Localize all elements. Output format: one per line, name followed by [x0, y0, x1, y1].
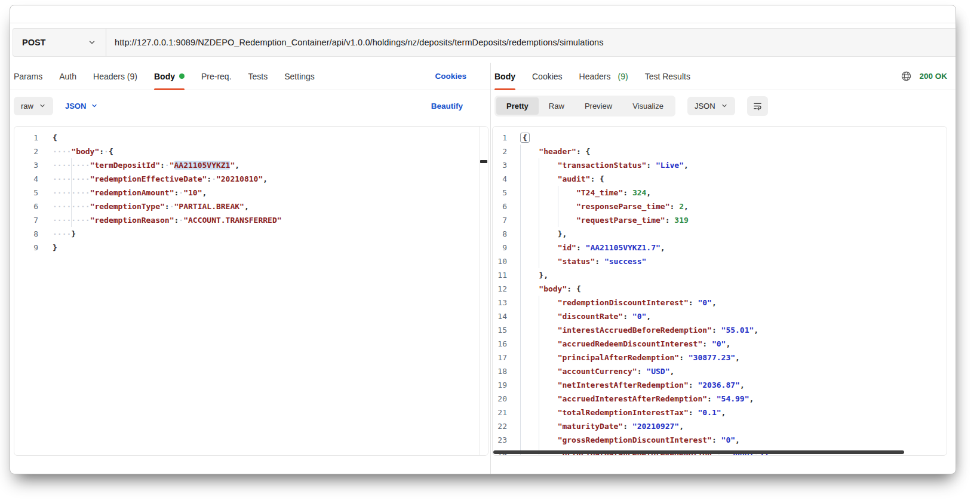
- tab-response-headers[interactable]: Headers (9): [579, 63, 628, 90]
- code-line: 11 },: [493, 268, 947, 282]
- line-number: 11: [493, 268, 507, 282]
- code-line: 5········"redemptionAmount":·"10",: [14, 186, 488, 200]
- response-tabs: Body Cookies Headers (9) Test Results 20…: [491, 63, 956, 90]
- code-line: 4········"redemptionEffectiveDate":·"202…: [14, 172, 488, 186]
- line-number: 13: [493, 296, 507, 309]
- body-format-select[interactable]: JSON: [65, 102, 98, 111]
- response-code: 1{2 "header": {3 "transactionStatus": "L…: [493, 127, 947, 456]
- app-window: POST http://127.0.0.1:9089/NZDEPO_Redemp…: [10, 5, 956, 474]
- code-line: 14 "discountRate": "0",: [493, 309, 947, 323]
- code-line: 2····"body":·{: [14, 145, 488, 158]
- beautify-button[interactable]: Beautify: [431, 102, 463, 111]
- globe-icon[interactable]: [901, 70, 912, 82]
- line-number: 15: [493, 323, 507, 337]
- code-line: 16 "accruedRedeemDiscountInterest": "0",: [493, 337, 947, 351]
- code-line: 2 "header": {: [493, 145, 947, 158]
- line-number: 9: [14, 241, 38, 254]
- code-line: 1{: [493, 131, 947, 145]
- code-line: 4 "audit": {: [493, 172, 947, 186]
- status-badge: 200 OK: [919, 72, 947, 81]
- window-top-strip: [10, 5, 956, 23]
- code-line: 20 "accruedInterestAfterRedemption": "54…: [493, 392, 947, 406]
- line-number: 10: [493, 254, 507, 268]
- line-number: 17: [493, 351, 507, 364]
- chevron-down-icon: [721, 102, 728, 109]
- cookies-link[interactable]: Cookies: [435, 72, 466, 81]
- body-type-select[interactable]: raw: [14, 97, 53, 115]
- response-pane: Body Cookies Headers (9) Test Results 20…: [491, 63, 956, 474]
- method-label: POST: [22, 38, 45, 47]
- url-input[interactable]: http://127.0.0.1:9089/NZDEPO_Redemption_…: [106, 29, 956, 56]
- line-number: 5: [14, 186, 38, 200]
- line-number: 18: [493, 364, 507, 378]
- view-visualize[interactable]: Visualize: [622, 97, 674, 115]
- request-body-toolbar: raw JSON Beautify: [10, 90, 490, 121]
- response-toolbar: Pretty Raw Preview Visualize JSON: [491, 90, 956, 121]
- line-number: 4: [493, 172, 507, 186]
- request-url-bar: POST http://127.0.0.1:9089/NZDEPO_Redemp…: [13, 28, 956, 57]
- code-line: 6········"redemptionType":·"PARTIAL.BREA…: [14, 200, 488, 213]
- line-number: 20: [493, 392, 507, 406]
- line-number: 2: [14, 145, 38, 158]
- tab-tests[interactable]: Tests: [248, 63, 268, 90]
- line-number: 12: [493, 282, 507, 296]
- response-format-select[interactable]: JSON: [687, 97, 735, 115]
- tab-body[interactable]: Body: [154, 63, 185, 90]
- headers-count-badge: (9): [618, 72, 628, 81]
- body-modified-dot: [179, 73, 185, 79]
- code-line: 7········"redemptionReason":·"ACCOUNT.TR…: [14, 213, 488, 227]
- code-line: 1{: [14, 131, 488, 145]
- code-line: 3········"termDepositId":·"AA21105VYKZ1"…: [14, 158, 488, 172]
- wrap-text-icon: [752, 101, 763, 111]
- request-code: 1{2····"body":·{3········"termDepositId"…: [14, 127, 488, 254]
- response-view-switcher: Pretty Raw Preview Visualize: [494, 96, 675, 116]
- line-number: 8: [14, 227, 38, 241]
- horizontal-scrollbar-thumb[interactable]: [493, 450, 904, 454]
- request-editor-scrollbar[interactable]: [479, 127, 488, 455]
- wrap-text-button[interactable]: [747, 96, 768, 116]
- line-number: 9: [493, 241, 507, 254]
- tab-test-results[interactable]: Test Results: [645, 63, 690, 90]
- view-pretty[interactable]: Pretty: [496, 97, 539, 115]
- line-number: 14: [493, 309, 507, 323]
- line-number: 16: [493, 337, 507, 351]
- line-number: 1: [14, 131, 38, 145]
- code-line: 23 "grossRedemptionDiscountInterest": "0…: [493, 433, 947, 447]
- code-line: 18 "accountCurrency": "USD",: [493, 364, 947, 378]
- method-select[interactable]: POST: [13, 29, 106, 56]
- response-body-viewer[interactable]: 1{2 "header": {3 "transactionStatus": "L…: [492, 126, 947, 456]
- line-number: 22: [493, 419, 507, 433]
- tab-pre-req[interactable]: Pre-req.: [201, 63, 232, 90]
- tab-response-body[interactable]: Body: [494, 63, 515, 90]
- response-status-group: 200 OK: [901, 70, 947, 82]
- code-line: 3 "transactionStatus": "Live",: [493, 158, 947, 172]
- view-raw[interactable]: Raw: [539, 97, 575, 115]
- line-number: 6: [14, 200, 38, 213]
- tab-params[interactable]: Params: [14, 63, 42, 90]
- scrollbar-thumb[interactable]: [480, 160, 487, 163]
- tab-response-cookies[interactable]: Cookies: [532, 63, 563, 90]
- chevron-down-icon: [39, 102, 46, 109]
- tab-headers[interactable]: Headers (9): [93, 63, 137, 90]
- line-number: 7: [493, 213, 507, 227]
- tab-auth[interactable]: Auth: [59, 63, 76, 90]
- code-line: 19 "netInterestAfterRedemption": "2036.8…: [493, 378, 947, 392]
- view-preview[interactable]: Preview: [575, 97, 622, 115]
- tab-settings[interactable]: Settings: [284, 63, 315, 90]
- chevron-down-icon: [88, 38, 96, 47]
- line-number: 21: [493, 406, 507, 419]
- code-line: 9 "id": "AA21105VYKZ1.7",: [493, 241, 947, 254]
- line-number: 5: [493, 186, 507, 200]
- code-line: 13 "redemptionDiscountInterest": "0",: [493, 296, 947, 309]
- request-body-editor[interactable]: 1{2····"body":·{3········"termDepositId"…: [14, 126, 489, 456]
- code-line: 10 "status": "success": [493, 254, 947, 268]
- code-line: 15 "interestAccruedBeforeRedemption": "5…: [493, 323, 947, 337]
- url-text: http://127.0.0.1:9089/NZDEPO_Redemption_…: [115, 38, 604, 47]
- code-line: 9}: [14, 241, 488, 254]
- code-line: 6 "responseParse_time": 2,: [493, 200, 947, 213]
- code-line: 17 "principalAfterRedemption": "30877.23…: [493, 351, 947, 364]
- line-number: 4: [14, 172, 38, 186]
- request-pane: Params Auth Headers (9) Body Pre-req. Te…: [10, 63, 490, 474]
- code-line: 8····}: [14, 227, 488, 241]
- code-line: 21 "totalRedemptionInterestTax": "0.1",: [493, 406, 947, 419]
